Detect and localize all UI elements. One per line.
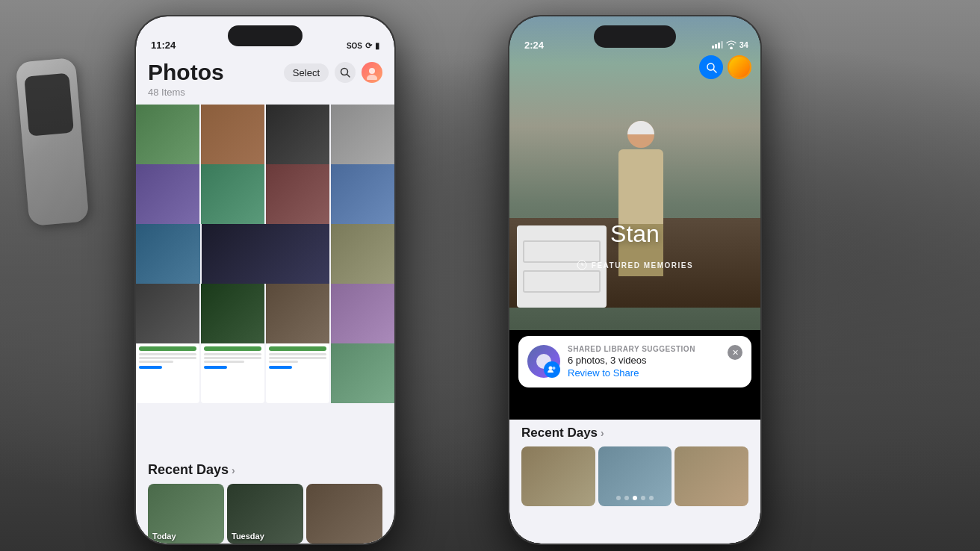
review-to-share-link[interactable]: Review to Share xyxy=(568,367,720,379)
grid-cell[interactable] xyxy=(331,284,394,343)
grid-row-5 xyxy=(136,343,394,403)
svg-point-2 xyxy=(369,68,375,74)
grid-cell[interactable] xyxy=(331,343,394,403)
grid-cell[interactable] xyxy=(266,284,329,343)
svg-line-5 xyxy=(713,69,716,72)
grid-cell[interactable] xyxy=(136,284,199,343)
memories-icon xyxy=(577,260,587,270)
stan-name: Stan xyxy=(509,220,760,248)
featured-memories-badge: FEATURED MEMORIES xyxy=(509,260,760,270)
recent-days-header-left[interactable]: Recent Days › xyxy=(148,462,382,478)
status-indicators-right: 34 xyxy=(712,39,748,51)
svg-line-1 xyxy=(347,75,350,78)
shared-icon xyxy=(544,361,560,378)
status-time-left: 11:24 xyxy=(151,40,176,51)
grid-cell[interactable] xyxy=(331,164,394,224)
grid-cell[interactable] xyxy=(136,105,199,164)
select-button[interactable]: Select xyxy=(284,63,329,82)
man-silhouette xyxy=(611,121,671,270)
status-time-right: 2:24 xyxy=(524,40,544,51)
avatar-icon xyxy=(365,65,379,80)
suggestion-header: SHARED LIBRARY SUGGESTION 6 photos, 3 vi… xyxy=(527,345,742,379)
right-phone-top-icons xyxy=(699,55,751,79)
day-label-2: Tuesday xyxy=(232,532,264,541)
dynamic-island-right xyxy=(594,25,676,48)
dot-4 xyxy=(641,496,645,500)
suggestion-description: 6 photos, 3 videos xyxy=(568,355,720,366)
grid-cell[interactable] xyxy=(136,343,199,403)
battery-icon-left: ▮ xyxy=(375,41,379,51)
grid-row-1 xyxy=(136,105,394,164)
day-thumb-3[interactable] xyxy=(306,484,382,544)
sos-indicator: SOS xyxy=(347,42,362,50)
dot-3 xyxy=(633,496,637,500)
profile-avatar[interactable] xyxy=(362,62,382,83)
day-thumb-2[interactable]: Tuesday xyxy=(227,484,303,544)
recent-days-label-left: Recent Days xyxy=(148,462,229,478)
suggestion-card: SHARED LIBRARY SUGGESTION 6 photos, 3 vi… xyxy=(518,336,751,387)
featured-memories-text: FEATURED MEMORIES xyxy=(592,261,693,270)
recent-days-chevron-right: › xyxy=(601,427,604,439)
people-icon xyxy=(548,365,556,374)
photos-actions: Select xyxy=(284,62,382,83)
search-button[interactable] xyxy=(335,62,356,83)
suggestion-content: SHARED LIBRARY SUGGESTION 6 photos, 3 vi… xyxy=(568,345,720,379)
recent-days-label-right: Recent Days xyxy=(521,426,598,441)
grid-cell[interactable] xyxy=(266,105,329,164)
grid-cell[interactable] xyxy=(331,105,394,164)
wifi-icon-right xyxy=(726,39,736,51)
signal-bar-1 xyxy=(712,46,714,49)
dot-5 xyxy=(649,496,654,500)
photos-header: Photos Select xyxy=(136,54,394,101)
signal-bar-2 xyxy=(715,44,717,49)
close-suggestion-button[interactable]: ✕ xyxy=(728,345,742,360)
search-button-right[interactable] xyxy=(699,55,723,79)
signal-bar-4 xyxy=(721,41,723,49)
grid-row-3 xyxy=(136,224,394,284)
grid-cell[interactable] xyxy=(266,343,329,403)
photo-grid: Recent Days › Today Tuesday xyxy=(136,105,394,544)
right-bottom-section: Recent Days › xyxy=(509,420,760,544)
dynamic-island-left xyxy=(228,25,303,46)
grid-cell[interactable] xyxy=(331,224,395,284)
left-phone-screen: 11:24 SOS ⟳ ▮ Photos Select xyxy=(136,16,394,544)
grid-cell[interactable] xyxy=(201,164,264,224)
grid-cell[interactable] xyxy=(266,164,329,224)
signal-strength xyxy=(712,41,723,49)
recent-days-chevron-left: › xyxy=(232,464,235,476)
search-icon-right xyxy=(706,62,717,73)
right-phone: 2:24 34 xyxy=(508,15,762,545)
dot-2 xyxy=(624,496,629,500)
svg-point-3 xyxy=(367,75,377,80)
carousel-dots xyxy=(509,496,760,500)
right-phone-screen: 2:24 34 xyxy=(509,16,760,544)
search-icon xyxy=(340,67,350,78)
suggestion-label: SHARED LIBRARY SUGGESTION xyxy=(568,345,720,353)
grid-cell[interactable] xyxy=(201,343,264,403)
grid-cell[interactable] xyxy=(136,164,199,224)
day-thumb-1[interactable]: Today xyxy=(148,484,224,544)
grid-cell[interactable] xyxy=(201,105,264,164)
profile-avatar-right[interactable] xyxy=(728,55,751,79)
suggestion-avatar-wrap xyxy=(527,345,560,378)
photos-title-row: Photos Select xyxy=(148,60,382,85)
day-label-1: Today xyxy=(152,532,176,541)
status-indicators-left: SOS ⟳ ▮ xyxy=(347,41,379,51)
recent-days-header-right[interactable]: Recent Days › xyxy=(521,426,748,441)
recent-days-section-left: Recent Days › Today Tuesday xyxy=(136,456,394,544)
grid-cell[interactable] xyxy=(136,224,200,284)
grid-row-4 xyxy=(136,284,394,343)
left-phone: 11:24 SOS ⟳ ▮ Photos Select xyxy=(134,15,396,545)
dot-1 xyxy=(616,496,621,500)
grid-cell[interactable] xyxy=(202,224,329,284)
cabinet-door-2 xyxy=(523,270,601,293)
grid-row-2 xyxy=(136,164,394,224)
signal-bar-3 xyxy=(718,43,720,49)
photos-subtitle: 48 Items xyxy=(148,87,382,98)
battery-level: 34 xyxy=(739,40,748,49)
svg-point-8 xyxy=(553,367,556,370)
svg-point-7 xyxy=(549,367,553,370)
grid-cell[interactable] xyxy=(201,284,264,343)
recent-days-thumbnails-left: Today Tuesday xyxy=(148,484,382,544)
wifi-icon-left: ⟳ xyxy=(365,41,372,51)
